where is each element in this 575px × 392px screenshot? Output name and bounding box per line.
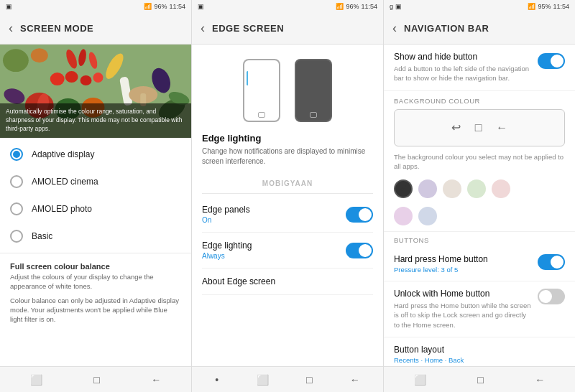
hard-press-setting: Hard press Home button Pressure level: 3… [384, 247, 575, 281]
svg-point-1 [3, 49, 29, 72]
edge-lighting-toggle[interactable] [346, 243, 373, 258]
about-edge-info: About Edge screen [202, 276, 373, 286]
edge-feature-title: Edge lighting [202, 133, 373, 144]
back-icon-2[interactable]: ‹ [201, 21, 205, 36]
home-button-mock-dark [310, 112, 317, 118]
unlock-home-toggle[interactable] [538, 289, 565, 304]
show-hide-toggle[interactable] [538, 53, 565, 69]
nav-home-2[interactable]: □ [306, 374, 312, 386]
display-options-list: Adaptive display AMOLED cinema AMOLED ph… [0, 138, 191, 366]
photo-label: AMOLED photo [32, 204, 92, 214]
nav-back-2[interactable]: ← [350, 374, 360, 386]
button-layout-setting[interactable]: Button layout Recents · Home · Back [384, 337, 575, 366]
edge-panels-toggle[interactable] [346, 207, 373, 223]
nav-recents-2[interactable]: ⬜ [257, 374, 269, 386]
phone-mockup-white [243, 59, 280, 122]
svg-point-6 [50, 73, 65, 85]
basic-label: Basic [32, 231, 52, 241]
battery-1: 96% [154, 3, 167, 10]
edge-panels-setting[interactable]: Edge panels On [202, 197, 373, 233]
swatch-mint[interactable] [467, 179, 486, 198]
edge-lighting-title: Edge lighting [202, 241, 346, 251]
nav-preview-recents: ↩ [451, 121, 461, 134]
nav-home-1[interactable]: □ [93, 374, 99, 386]
amoled-photo-option[interactable]: AMOLED photo [0, 195, 191, 223]
screen-mode-panel: ▣ 📶 96% 11:54 ‹ SCREEN MODE [0, 0, 192, 392]
back-icon-3[interactable]: ‹ [392, 21, 397, 36]
unlock-home-setting: Unlock with Home button Hard press the H… [384, 281, 575, 337]
edge-screen-panel: ▣ 📶 96% 11:54 ‹ EDGE SCREEN Edge lightin… [192, 0, 384, 392]
show-hide-row[interactable]: Show and hide button Add a button to the… [394, 52, 565, 83]
screen-mode-title: SCREEN MODE [20, 23, 93, 34]
nav-back-1[interactable]: ← [151, 374, 161, 386]
cinema-radio[interactable] [10, 175, 23, 188]
nav-back-3[interactable]: ← [535, 374, 545, 386]
hard-press-info: Hard press Home button Pressure level: 3… [394, 254, 538, 274]
divider-1 [0, 253, 191, 253]
time-3: 11:54 [553, 3, 569, 10]
edge-panels-sub: On [202, 216, 346, 224]
nav-recents-1[interactable]: ⬜ [30, 374, 42, 386]
color-swatches-row2 [384, 204, 575, 231]
edge-panels-title: Edge panels [202, 205, 346, 215]
about-edge-setting[interactable]: About Edge screen [202, 269, 373, 295]
show-hide-section: Show and hide button Add a button to the… [384, 45, 575, 91]
nav-bar-2: • ⬜ □ ← [192, 366, 383, 392]
cinema-label: AMOLED cinema [32, 177, 98, 187]
amoled-cinema-option[interactable]: AMOLED cinema [0, 168, 191, 195]
edge-panels-info: Edge panels On [202, 205, 346, 224]
nav-dot-2[interactable]: • [215, 374, 218, 386]
back-icon-1[interactable]: ‹ [9, 21, 13, 36]
swatch-lavender[interactable] [418, 179, 437, 198]
hard-press-toggle[interactable] [538, 254, 565, 270]
status-right-1: 📶 96% 11:54 [144, 3, 185, 10]
hard-press-title: Hard press Home button [394, 254, 532, 264]
unlock-home-row[interactable]: Unlock with Home button Hard press the H… [394, 289, 565, 330]
edge-lighting-setting[interactable]: Edge lighting Always [202, 233, 373, 269]
swatch-rose[interactable] [492, 179, 510, 198]
nav-home-3[interactable]: □ [477, 374, 483, 386]
adaptive-radio[interactable] [10, 148, 23, 161]
status-bar-2: ▣ 📶 96% 11:54 [192, 0, 383, 13]
adaptive-label: Adaptive display [32, 149, 94, 159]
colour-balance-title: Full screen colour balance [0, 256, 191, 272]
nav-recents-3[interactable]: ⬜ [414, 374, 426, 386]
swatch-blue[interactable] [418, 207, 437, 225]
nav-preview-back: ← [496, 121, 507, 134]
edge-screen-content: Edge lighting Change how notifications a… [192, 45, 383, 366]
swatch-black[interactable]: ✓ [394, 179, 413, 198]
show-hide-title: Show and hide button [394, 52, 532, 62]
image-overlay-text: Automatically optimise the colour range,… [0, 103, 191, 138]
adaptive-display-option[interactable]: Adaptive display [0, 141, 191, 168]
photo-radio[interactable] [10, 202, 23, 215]
nav-bar-3: ⬜ □ ← [384, 366, 575, 392]
signal-icon-2: 📶 [336, 3, 344, 10]
hard-press-row[interactable]: Hard press Home button Pressure level: 3… [394, 254, 565, 274]
signal-icon-1: 📶 [144, 3, 152, 10]
basic-option[interactable]: Basic [0, 223, 191, 250]
edge-screen-title: EDGE SCREEN [212, 23, 284, 34]
bg-colour-label: BACKGROUND COLOUR [384, 91, 575, 109]
status-left-3: g ▣ [390, 3, 402, 10]
time-2: 11:54 [361, 3, 377, 10]
status-right-2: 📶 96% 11:54 [336, 3, 377, 10]
unlock-home-info: Unlock with Home button Hard press the H… [394, 289, 538, 330]
show-hide-info: Show and hide button Add a button to the… [394, 52, 538, 83]
about-edge-title: About Edge screen [202, 276, 373, 286]
status-left-2: ▣ [198, 3, 204, 10]
watermark: MOBIGYAAN [202, 177, 373, 190]
swatch-beige[interactable] [443, 179, 461, 198]
check-icon: ✓ [400, 184, 407, 194]
navigation-bar-panel: g ▣ 📶 95% 11:54 ‹ NAVIGATION BAR Show an… [384, 0, 575, 392]
hard-press-sub: Pressure level: 3 of 5 [394, 266, 532, 274]
basic-radio[interactable] [10, 230, 23, 243]
svg-point-8 [80, 75, 92, 85]
nav-bar-header: ‹ NAVIGATION BAR [384, 13, 575, 45]
unlock-home-title: Unlock with Home button [394, 289, 532, 299]
status-right-3: 📶 95% 11:54 [528, 3, 569, 10]
signal-icon-3: 📶 [528, 3, 535, 10]
nav-bar-content: Show and hide button Add a button to the… [384, 45, 575, 366]
unlock-home-desc: Hard press the Home button while the scr… [394, 301, 532, 330]
swatch-mauve[interactable] [394, 207, 413, 225]
status-left-1: ▣ [6, 3, 12, 10]
